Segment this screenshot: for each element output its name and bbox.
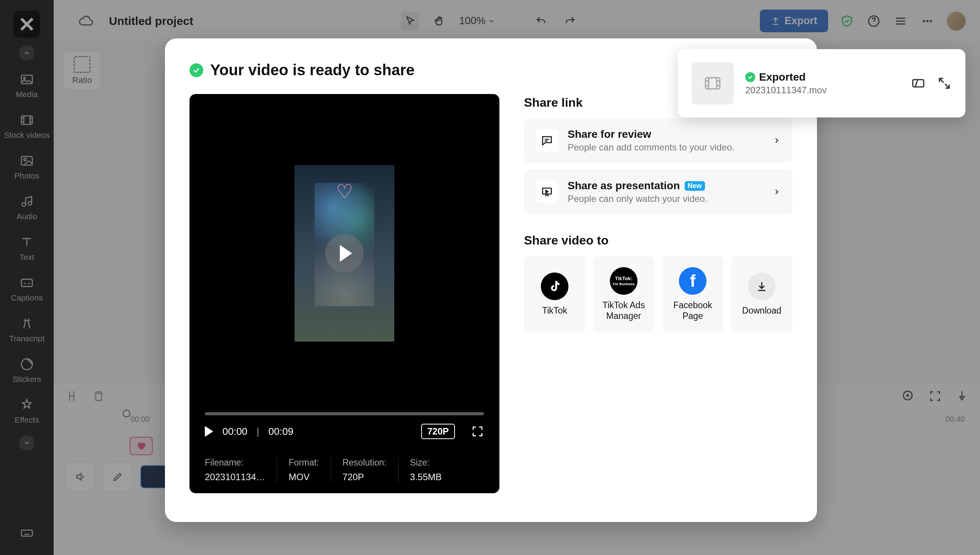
progress-bar[interactable] <box>205 412 484 415</box>
duration: 00:09 <box>268 426 293 438</box>
toast-thumbnail <box>692 62 734 104</box>
svg-rect-16 <box>705 78 720 89</box>
presentation-icon <box>535 180 558 203</box>
comment-icon <box>535 129 558 152</box>
share-facebook-tile[interactable]: f Facebook Page <box>662 256 723 333</box>
chevron-right-icon <box>772 136 781 145</box>
toast-filename: 202310111347.mov <box>745 85 899 96</box>
svg-rect-17 <box>913 80 924 87</box>
check-icon <box>745 72 755 82</box>
current-time: 00:00 <box>222 426 247 438</box>
open-folder-icon[interactable] <box>911 76 926 91</box>
chevron-right-icon <box>772 188 781 196</box>
download-icon <box>748 273 776 300</box>
share-presentation-card[interactable]: Share as presentation New People can onl… <box>524 170 792 214</box>
video-preview[interactable]: ♡ <box>189 94 499 412</box>
facebook-icon: f <box>679 267 707 295</box>
share-tiktok-ads-tile[interactable]: TikTok:For Business TikTok Ads Manager <box>593 256 654 333</box>
share-video-heading: Share video to <box>524 233 792 248</box>
share-tiktok-tile[interactable]: TikTok <box>524 256 585 333</box>
download-tile[interactable]: Download <box>731 256 792 333</box>
new-badge: New <box>685 181 705 191</box>
share-options: Share link Share for review People can a… <box>524 94 792 499</box>
toast-title: Exported <box>759 71 805 83</box>
export-toast: Exported 202310111347.mov <box>678 49 965 117</box>
share-review-card[interactable]: Share for review People can add comments… <box>524 118 792 163</box>
video-metadata: Filename: 2023101134… Format: MOV Resolu… <box>189 447 499 493</box>
play-button[interactable] <box>189 94 499 412</box>
modal-title: Your video is ready to share <box>210 61 415 79</box>
play-small-button[interactable] <box>205 426 213 437</box>
video-preview-panel: ♡ 00:00 | 00:09 720P Filen <box>189 94 499 493</box>
tiktok-ads-icon: TikTok:For Business <box>610 267 637 295</box>
tiktok-icon <box>541 273 568 300</box>
quality-badge[interactable]: 720P <box>421 424 455 439</box>
fullscreen-icon[interactable] <box>471 425 484 438</box>
check-icon <box>189 63 203 77</box>
expand-icon[interactable] <box>937 76 952 91</box>
